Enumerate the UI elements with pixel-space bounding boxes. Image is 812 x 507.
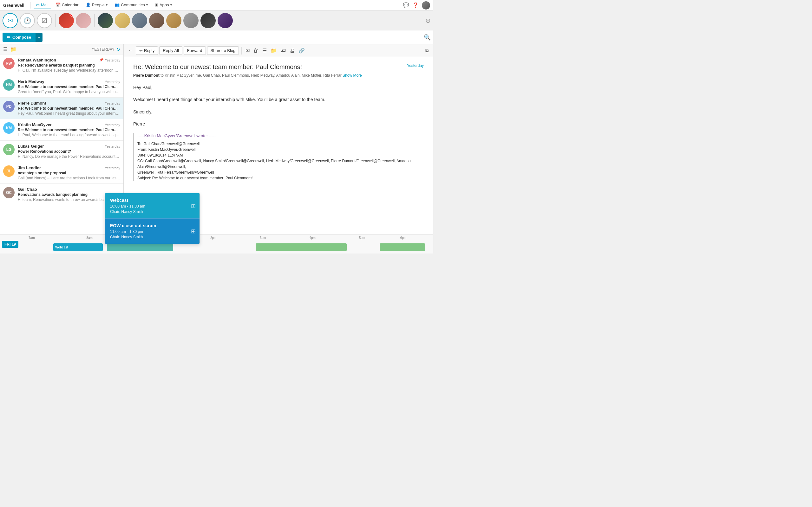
email-list-header: ☰ 📁 YESTERDAY ↻ [0,44,123,55]
email-time-km: Yesterday [105,123,120,127]
quoted-header: -----Kristin MacGyver/Greenwell wrote: -… [137,133,424,139]
back-icon[interactable]: ← [127,47,135,55]
tasks-btn[interactable]: ☑ [37,13,52,28]
folder-icon[interactable]: 📁 [10,46,16,52]
nav-mail[interactable]: ✉ Mail [34,1,51,9]
user-avatar[interactable] [422,1,430,9]
email-subject: Re: Welcome to our newest team member: P… [133,63,302,71]
popup-event-eow[interactable]: EOW close-out scrum 11:00 am - 1:30 pm C… [105,218,200,244]
brand-name: Greenwell [3,3,24,8]
apps-dropdown-icon: ▾ [170,3,172,7]
contact-avatar-9[interactable] [200,13,216,28]
calendar-icon: 📅 [55,3,61,7]
add-contact-btn[interactable]: ⊕ [425,17,431,24]
email-avatar-rw: RW [3,58,14,69]
link-icon[interactable]: 🔗 [297,46,306,55]
contact-avatar-4[interactable] [115,13,130,28]
help-icon[interactable]: ❓ [412,2,419,8]
email-avatar-jl: JL [3,165,14,177]
email-header-row-km: Kristin MacGyver Yesterday [18,122,120,127]
hour-6pm: 6pm [400,236,406,239]
search-icon[interactable]: 🔍 [424,34,431,41]
popup-event-webcast[interactable]: Webcast 10:00 am - 11:30 am Chair: Nancy… [105,193,200,218]
contact-avatar-3[interactable] [98,13,113,28]
compose-bar: ✏ Compose ▾ 🔍 [0,31,433,44]
email-time-hm: Yesterday [105,80,120,83]
mail-main-btn[interactable]: ✉ [3,13,18,28]
cal-event-webcast[interactable]: Webcast [53,243,103,251]
email-header-row-rw: Renata Washington 📌 Yesterday [18,58,120,62]
calendar-area: Webcast 10:00 am - 11:30 am Chair: Nancy… [0,234,433,253]
email-sender-lg: Lukas Geiger [18,144,44,149]
cal-event-4[interactable] [380,243,425,251]
email-sender-km: Kristin MacGyver [18,122,52,127]
list-header-icons: ☰ 📁 [3,46,16,52]
compose-button[interactable]: ✏ Compose [3,33,36,42]
popup-grid-icon-1: ⊞ [191,203,196,210]
contact-avatar-5[interactable] [132,13,147,28]
email-subject-rw: Re: Renovations awards banquet planning [18,63,120,67]
nav-right-controls: 💬 ❓ [403,1,430,9]
refresh-icon[interactable]: ↻ [116,47,120,52]
contact-avatar-6[interactable] [149,13,164,28]
hour-5pm: 5pm [359,236,365,239]
print-icon[interactable]: 🖨 [288,47,296,55]
quoted-text: -----Kristin MacGyver/Greenwell wrote: -… [133,133,424,181]
email-preview-hm: Great to "meet" you, Paul. We're happy t… [18,90,120,94]
email-sender: Pierre Dumont [133,73,159,78]
nav-people[interactable]: 👤 People ▾ [83,1,110,9]
email-item-hm[interactable]: HM Herb Medway Yesterday Re: Welcome to … [0,76,123,98]
contact-avatar-10[interactable] [217,13,233,28]
hour-4pm: 4pm [309,236,315,239]
email-item-rw[interactable]: RW Renata Washington 📌 Yesterday Re: Ren… [0,55,123,76]
email-subject-km: Re: Welcome to our newest team member: P… [18,128,120,132]
popup-grid-icon-2: ⊞ [191,228,196,235]
tag-icon[interactable]: 🏷 [280,47,287,55]
nav-communities[interactable]: 👥 Communities ▾ [112,1,150,9]
select-all-icon[interactable]: ☰ [3,46,8,52]
email-item-jl[interactable]: JL Jim Lendler Yesterday next steps on t… [0,162,123,184]
hour-2pm: 2pm [210,236,216,239]
cal-event-3[interactable] [256,243,346,251]
cal-event-2[interactable] [107,243,173,251]
external-link-icon[interactable]: ⧉ [424,47,430,55]
email-avatar-lg: LG [3,144,14,155]
share-to-blog-button[interactable]: Share to Blog [207,46,239,55]
folder-move-icon[interactable]: 📁 [269,46,278,55]
contact-avatar-8[interactable] [183,13,199,28]
people-icon: 👤 [86,3,91,7]
forward-button[interactable]: Forward [184,46,206,55]
email-item-lg[interactable]: LG Lukas Geiger Yesterday Power Renovati… [0,141,123,162]
email-subject-lg: Power Renovations account? [18,149,120,154]
email-subject-hm: Re: Welcome to our newest team member: P… [18,84,120,89]
email-time-lg: Yesterday [105,145,120,148]
contact-avatar-7[interactable] [166,13,182,28]
contact-avatar-1[interactable] [59,13,74,28]
mail-action-icon[interactable]: ✉ [244,46,251,55]
calendar-date-badge[interactable]: FRI 19 [2,241,18,248]
email-preview-rw: Hi Gail, I'm available Tuesday and Wedne… [18,68,120,72]
quoted-cc: CC: Gail Chao/Greenwell@Greenwell, Nancy… [137,158,424,170]
email-avatar-pd: PD [3,101,14,112]
email-preview-pd: Hey Paul, Welcome! I heard great things … [18,111,120,116]
chat-icon[interactable]: 💬 [403,2,409,8]
nav-calendar[interactable]: 📅 Calendar [53,1,81,9]
compose-dropdown-button[interactable]: ▾ [36,33,43,42]
email-top-row: Re: Welcome to our newest team member: P… [133,63,424,73]
reply-button[interactable]: ↩ Reply [136,46,158,55]
show-more-button[interactable]: Show More [343,73,362,78]
calendar-timeline: 7am 8am 9am 2pm 3pm 4pm 5pm 6pm Webcast [20,235,433,253]
email-greeting: Hey Paul, [133,84,424,91]
reply-all-button[interactable]: Reply All [159,46,183,55]
email-avatar-gc: GC [3,187,14,199]
email-body-lg: Lukas Geiger Yesterday Power Renovations… [18,144,120,159]
clock-btn[interactable]: 🕐 [20,13,35,28]
email-item-km[interactable]: KM Kristin MacGyver Yesterday Re: Welcom… [0,119,123,141]
nav-apps[interactable]: ⊞ Apps ▾ [152,1,174,9]
email-body-km: Kristin MacGyver Yesterday Re: Welcome t… [18,122,120,137]
delete-icon[interactable]: 🗑 [252,47,260,55]
filter-icon[interactable]: ☰ [261,46,268,55]
avatar-divider [55,14,55,27]
email-item-pd[interactable]: PD Pierre Dumont Yesterday Re: Welcome t… [0,98,123,119]
contact-avatar-2[interactable] [76,13,91,28]
